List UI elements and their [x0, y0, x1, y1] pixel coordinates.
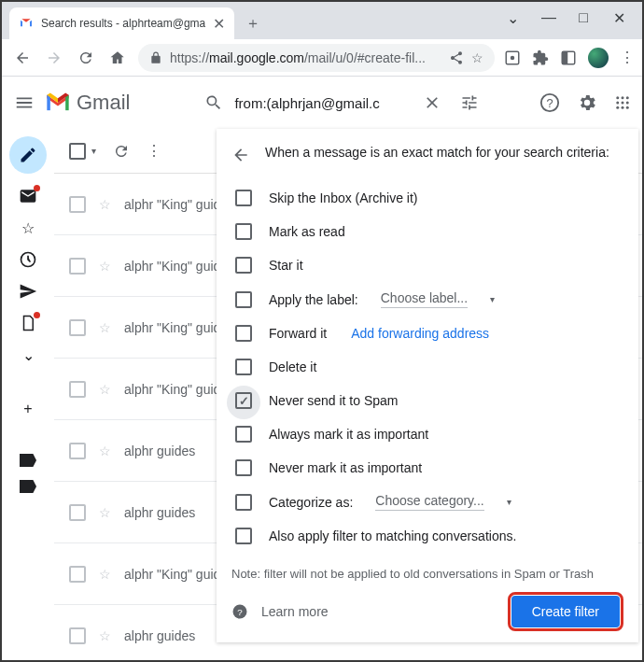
star-icon[interactable]: ☆	[99, 320, 111, 335]
help-icon[interactable]: ?	[539, 92, 560, 113]
checkbox[interactable]	[235, 223, 252, 240]
browser-titlebar: Search results - alphrteam@gma ✕ ＋ ⌄ ― □…	[2, 2, 642, 39]
help-icon[interactable]: ?	[231, 603, 248, 620]
row-checkbox[interactable]	[69, 196, 86, 213]
opt-skip-inbox[interactable]: Skip the Inbox (Archive it)	[231, 181, 620, 215]
window-dropdown-icon[interactable]: ⌄	[506, 9, 519, 27]
extension-1-icon[interactable]	[504, 49, 521, 66]
svg-point-10	[622, 102, 624, 105]
compose-button[interactable]	[9, 136, 47, 174]
row-checkbox[interactable]	[69, 381, 86, 398]
search-box[interactable]	[195, 82, 488, 123]
row-checkbox[interactable]	[69, 504, 86, 521]
apps-icon[interactable]	[614, 94, 631, 111]
checkbox[interactable]	[235, 459, 252, 476]
opt-forward[interactable]: Forward itAdd forwarding address	[231, 317, 620, 350]
opt-star-it[interactable]: Star it	[231, 248, 620, 282]
chevron-down-icon[interactable]: ▾	[507, 497, 511, 507]
starred-icon[interactable]: ☆	[19, 218, 37, 237]
svg-point-13	[622, 106, 624, 109]
browser-menu-icon[interactable]: ⋮	[620, 49, 633, 66]
drafts-icon[interactable]	[19, 314, 37, 332]
opt-mark-read[interactable]: Mark as read	[231, 215, 620, 248]
opt-always-important[interactable]: Always mark it as important	[231, 417, 620, 451]
checkbox[interactable]	[235, 426, 252, 443]
snoozed-icon[interactable]	[19, 250, 37, 269]
home-button[interactable]	[106, 49, 129, 66]
select-all-checkbox[interactable]	[69, 143, 86, 160]
checkbox[interactable]	[235, 325, 252, 342]
checkbox[interactable]	[235, 257, 252, 274]
settings-icon[interactable]	[577, 92, 597, 113]
checkbox[interactable]	[235, 494, 252, 511]
label-select[interactable]: Choose label...	[381, 290, 468, 308]
label-1[interactable]	[20, 454, 36, 467]
opt-never-spam[interactable]: Never send it to Spam	[231, 384, 620, 417]
star-icon[interactable]: ☆	[99, 505, 111, 520]
checkbox[interactable]	[235, 528, 252, 544]
svg-point-14	[626, 106, 629, 109]
star-icon[interactable]: ☆	[99, 567, 111, 582]
label-2[interactable]	[20, 480, 36, 493]
content-area: ▾ ⋮ ☆alphr "King" guid18 ☆alphr "King" g…	[54, 129, 642, 660]
refresh-icon[interactable]	[113, 143, 130, 160]
add-label-icon[interactable]: +	[19, 400, 37, 418]
filter-panel: When a message is an exact match for you…	[217, 129, 638, 642]
row-checkbox[interactable]	[69, 319, 86, 336]
opt-delete[interactable]: Delete it	[231, 350, 620, 384]
star-icon[interactable]: ☆	[99, 259, 111, 274]
row-checkbox[interactable]	[69, 627, 86, 644]
chevron-down-icon[interactable]: ▾	[490, 294, 495, 304]
opt-apply-label[interactable]: Apply the label:Choose label...▾	[231, 282, 620, 317]
profile-avatar[interactable]	[588, 48, 609, 68]
gmail-logo-icon	[45, 92, 71, 113]
share-icon[interactable]	[449, 50, 464, 65]
clear-search-icon[interactable]	[423, 93, 441, 112]
sent-icon[interactable]	[19, 282, 37, 301]
search-icon[interactable]	[204, 93, 223, 112]
more-icon[interactable]: ⌄	[19, 345, 37, 364]
bookmark-icon[interactable]: ☆	[471, 50, 483, 65]
back-button[interactable]	[11, 49, 34, 66]
learn-more-link[interactable]: Learn more	[261, 604, 329, 619]
gmail-header: Gmail ?	[2, 77, 642, 129]
maximize-icon[interactable]: □	[577, 9, 590, 27]
main-menu-icon[interactable]	[13, 92, 35, 113]
opt-categorize[interactable]: Categorize as:Choose category...▾	[231, 485, 620, 519]
checkbox-checked[interactable]	[235, 392, 252, 409]
minimize-icon[interactable]: ―	[541, 9, 554, 27]
opt-never-important[interactable]: Never mark it as important	[231, 451, 620, 485]
row-checkbox[interactable]	[69, 443, 86, 459]
sidepanel-icon[interactable]	[560, 49, 577, 66]
more-actions-icon[interactable]: ⋮	[147, 142, 161, 160]
search-options-icon[interactable]	[460, 93, 479, 112]
star-icon[interactable]: ☆	[99, 197, 111, 212]
tab-close-icon[interactable]: ✕	[213, 15, 225, 33]
reload-button[interactable]	[75, 49, 97, 66]
row-checkbox[interactable]	[69, 566, 86, 583]
gmail-logo[interactable]: Gmail	[45, 91, 130, 115]
star-icon[interactable]: ☆	[99, 382, 111, 397]
svg-point-8	[626, 96, 629, 99]
close-icon[interactable]: ✕	[612, 9, 625, 27]
url-field[interactable]: https://mail.google.com/mail/u/0/#create…	[138, 44, 495, 72]
checkbox[interactable]	[235, 359, 252, 375]
add-forwarding-link[interactable]: Add forwarding address	[351, 326, 489, 341]
svg-text:?: ?	[237, 607, 243, 617]
star-icon[interactable]: ☆	[99, 628, 111, 643]
filter-back-icon[interactable]	[231, 146, 250, 164]
forward-button[interactable]	[43, 49, 65, 66]
opt-also-apply[interactable]: Also apply filter to matching conversati…	[231, 519, 620, 553]
select-dropdown-icon[interactable]: ▾	[91, 146, 96, 156]
new-tab-button[interactable]: ＋	[240, 10, 266, 36]
star-icon[interactable]: ☆	[99, 444, 111, 458]
extensions-icon[interactable]	[532, 49, 549, 66]
checkbox[interactable]	[235, 190, 252, 206]
inbox-icon[interactable]	[19, 187, 37, 205]
browser-tab[interactable]: Search results - alphrteam@gma ✕	[9, 7, 234, 39]
category-select[interactable]: Choose category...	[375, 493, 483, 511]
row-checkbox[interactable]	[69, 258, 86, 275]
checkbox[interactable]	[235, 291, 252, 308]
create-filter-button[interactable]: Create filter	[511, 596, 620, 627]
search-input[interactable]	[234, 95, 412, 111]
